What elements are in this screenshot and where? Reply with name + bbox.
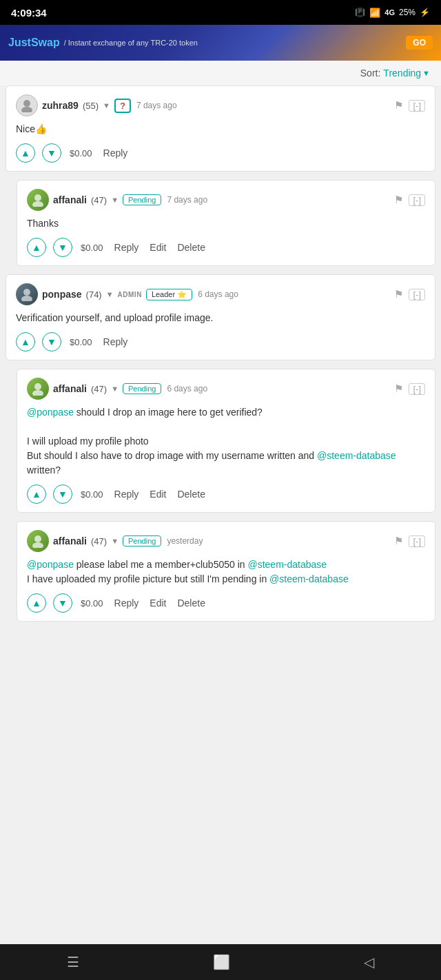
svg-point-5 <box>21 296 32 301</box>
badge-pending-5: Pending <box>123 535 161 547</box>
avatar-4 <box>27 378 49 400</box>
admin-badge-3: ADMIN <box>118 291 142 298</box>
status-bar: 4:09:34 📳 📶 4G 25% ⚡ <box>0 0 441 25</box>
reply-btn-1[interactable]: Reply <box>103 147 128 159</box>
collapse-btn-2[interactable]: [-] <box>409 194 425 206</box>
upvote-btn-1[interactable]: ▲ <box>16 143 35 163</box>
flag-icon-4[interactable]: ⚑ <box>394 382 403 395</box>
reply-btn-4[interactable]: Reply <box>114 489 139 500</box>
home-icon[interactable]: ⬜ <box>213 954 230 970</box>
reply-btn-2[interactable]: Reply <box>114 242 139 253</box>
delete-btn-4[interactable]: Delete <box>177 489 205 500</box>
rep-4: (47) <box>91 384 107 394</box>
vote-amount-3: $0.00 <box>70 337 92 347</box>
timestamp-2: 7 days ago <box>167 195 207 205</box>
banner-go-button[interactable]: GO <box>406 36 433 50</box>
collapse-btn-3[interactable]: [-] <box>409 289 425 300</box>
upvote-btn-4[interactable]: ▲ <box>27 484 46 504</box>
comment-body-1: Nice👍 <box>16 122 425 136</box>
bottom-spacer <box>0 630 441 671</box>
dropdown-arrow-1[interactable]: ▼ <box>103 101 110 110</box>
comment-body-3: Verification yourself, and upload profil… <box>16 311 425 325</box>
body-text-4a: should I drop an image here to get verif… <box>76 407 263 418</box>
header-right-3: ⚑ [-] <box>394 288 425 300</box>
rep-2: (47) <box>91 195 107 205</box>
vote-amount-5: $0.00 <box>81 598 103 609</box>
downvote-btn-2[interactable]: ▼ <box>53 238 72 257</box>
reply-btn-3[interactable]: Reply <box>103 336 128 347</box>
sort-arrow-icon[interactable]: ▼ <box>422 69 430 77</box>
reply-btn-5[interactable]: Reply <box>114 598 139 609</box>
dropdown-arrow-2[interactable]: ▼ <box>111 196 119 204</box>
comment-body-5: @ponpase please label me a member+club50… <box>27 558 425 586</box>
menu-icon[interactable]: ☰ <box>67 954 79 970</box>
avatar-5 <box>27 530 49 552</box>
body-text-5a: please label me a member+club5050 in <box>76 559 248 570</box>
comment-card-4: affanali (47) ▼ Pending 6 days ago ⚑ [-]… <box>17 369 435 513</box>
vote-row-1: ▲ ▼ $0.00 Reply <box>16 143 425 163</box>
downvote-btn-4[interactable]: ▼ <box>53 484 72 504</box>
badge-pending-4: Pending <box>123 383 161 394</box>
timestamp-1: 7 days ago <box>136 101 177 110</box>
status-icons: 📳 📶 4G 25% ⚡ <box>355 8 430 18</box>
comment-body-2: Thanks <box>27 216 425 231</box>
svg-point-0 <box>23 100 30 107</box>
upvote-btn-5[interactable]: ▲ <box>27 593 46 613</box>
downvote-btn-5[interactable]: ▼ <box>53 593 72 613</box>
vote-row-3: ▲ ▼ $0.00 Reply <box>16 332 425 351</box>
battery-text: 25% <box>399 8 416 17</box>
flag-icon-3[interactable]: ⚑ <box>394 288 403 300</box>
upvote-btn-3[interactable]: ▲ <box>16 332 35 351</box>
timestamp-5: yesterday <box>167 536 203 546</box>
comment-body-4: @ponpase should I drop an image here to … <box>27 405 425 478</box>
username-4: affanali <box>53 383 87 394</box>
4g-icon: 4G <box>384 8 395 17</box>
downvote-btn-3[interactable]: ▼ <box>42 332 61 351</box>
sort-label: Sort: <box>360 68 381 79</box>
body-text-4b: I will upload my profile photo <box>27 436 149 447</box>
edit-btn-5[interactable]: Edit <box>150 598 166 609</box>
vote-row-5: ▲ ▼ $0.00 Reply Edit Delete <box>27 593 425 613</box>
upvote-btn-2[interactable]: ▲ <box>27 238 46 257</box>
edit-btn-2[interactable]: Edit <box>150 242 166 253</box>
collapse-btn-4[interactable]: [-] <box>409 383 425 395</box>
delete-btn-5[interactable]: Delete <box>177 598 205 609</box>
comment-header-2: affanali (47) ▼ Pending 7 days ago ⚑ [-] <box>27 189 425 211</box>
flag-icon-2[interactable]: ⚑ <box>394 194 403 206</box>
flag-icon-1[interactable]: ⚑ <box>394 99 403 112</box>
header-right-4: ⚑ [-] <box>394 382 425 395</box>
status-time: 4:09:34 <box>11 7 47 19</box>
badge-pending-2: Pending <box>123 194 161 205</box>
body-text-4d: written? <box>27 465 61 476</box>
delete-btn-2[interactable]: Delete <box>177 242 205 253</box>
mention-steem-database-4: @steem-database <box>317 450 396 461</box>
vote-row-4: ▲ ▼ $0.00 Reply Edit Delete <box>27 484 425 504</box>
svg-point-7 <box>32 390 43 396</box>
svg-point-4 <box>23 289 30 296</box>
vibrate-icon: 📳 <box>355 8 365 17</box>
collapse-btn-1[interactable]: [-] <box>409 100 425 112</box>
header-right-1: ⚑ [-] <box>394 99 425 112</box>
svg-point-1 <box>21 107 32 112</box>
timestamp-3: 6 days ago <box>198 289 238 299</box>
dropdown-arrow-4[interactable]: ▼ <box>111 385 119 393</box>
downvote-btn-1[interactable]: ▼ <box>42 143 61 163</box>
edit-btn-4[interactable]: Edit <box>150 489 166 500</box>
bottom-nav: ☰ ⬜ ◁ <box>0 944 441 980</box>
banner-content: JustSwap / Instant exchange of any TRC-2… <box>8 37 198 49</box>
sort-value[interactable]: Trending <box>383 68 421 79</box>
username-3: ponpase <box>42 289 82 300</box>
svg-point-6 <box>34 383 41 390</box>
svg-point-2 <box>34 194 41 201</box>
vote-amount-2: $0.00 <box>81 243 103 253</box>
flag-icon-5[interactable]: ⚑ <box>394 535 403 547</box>
collapse-btn-5[interactable]: [-] <box>409 535 425 547</box>
rep-3: (74) <box>86 289 102 300</box>
comment-header-4: affanali (47) ▼ Pending 6 days ago ⚑ [-] <box>27 378 425 400</box>
back-icon[interactable]: ◁ <box>364 954 374 970</box>
dropdown-arrow-3[interactable]: ▼ <box>106 290 114 298</box>
dropdown-arrow-5[interactable]: ▼ <box>111 537 119 545</box>
username-5: affanali <box>53 535 87 547</box>
mention-steem-database-5b: @steem-database <box>269 573 349 584</box>
badge-question-1: ? <box>114 99 131 113</box>
